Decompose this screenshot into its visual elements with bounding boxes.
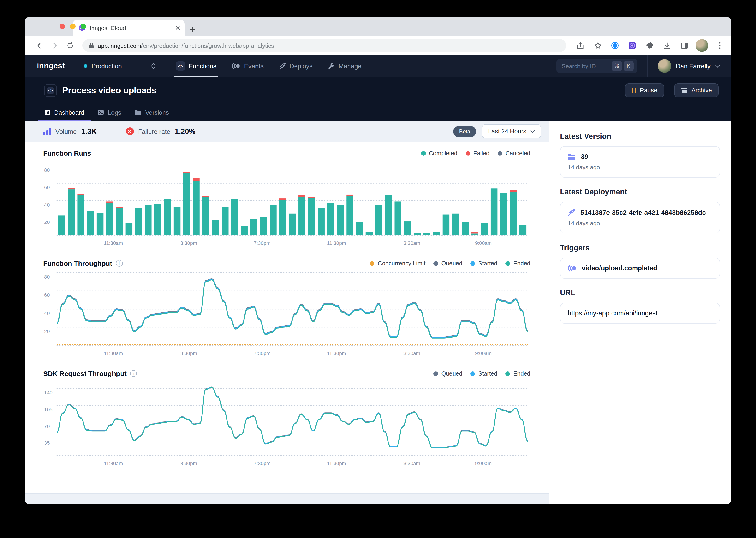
failure-rate-stat: Failure rate 1.20%: [126, 127, 195, 135]
svg-text:40: 40: [44, 202, 50, 208]
function-tabs: Dashboard Logs Versions: [25, 104, 731, 121]
latest-version-time: 14 days ago: [568, 164, 712, 171]
started-dot: [471, 261, 475, 266]
lock-icon: [89, 42, 94, 49]
volume-icon: [43, 128, 51, 135]
inngest-logo: inngest: [25, 55, 76, 77]
function-runs-chart: 2040608011:30am3:30pm7:30pm11:30pm3:30am…: [43, 159, 530, 248]
latest-version-card: 39 14 days ago: [560, 146, 720, 178]
dashboard-icon: [44, 109, 51, 116]
nav-deploys[interactable]: Deploys: [279, 55, 312, 77]
wrench-icon: [328, 63, 335, 70]
tab-dashboard[interactable]: Dashboard: [44, 104, 84, 121]
svg-text:11:30pm: 11:30pm: [327, 240, 346, 246]
side-panel-icon[interactable]: [678, 40, 690, 51]
extensions-puzzle-icon[interactable]: [644, 40, 655, 51]
env-status-dot: [84, 64, 87, 68]
nav-functions[interactable]: <> Functions: [176, 55, 216, 77]
trigger-value: video/upload.completed: [582, 264, 657, 272]
pause-button[interactable]: Pause: [625, 83, 664, 97]
function-icon: <>: [44, 84, 57, 97]
failure-value: 1.20%: [175, 127, 196, 135]
info-icon[interactable]: i: [116, 260, 122, 267]
svg-text:3:30am: 3:30am: [403, 240, 420, 246]
svg-text:3:30pm: 3:30pm: [180, 350, 197, 356]
url-heading: URL: [560, 289, 720, 297]
concurrency-limit-dot: [370, 261, 375, 266]
archive-icon: [681, 87, 688, 93]
share-icon[interactable]: [575, 40, 586, 51]
queued-dot: [434, 261, 438, 266]
user-menu[interactable]: Dan Farrelly: [647, 55, 731, 77]
browser-menu-icon[interactable]: [714, 40, 726, 51]
browser-profile-avatar[interactable]: [695, 39, 708, 52]
svg-text:3:30pm: 3:30pm: [180, 460, 197, 466]
latest-deployment-card[interactable]: 5141387e-35c2-4efe-a421-4843b86258dc 14 …: [560, 202, 720, 234]
svg-text:3:30am: 3:30am: [403, 350, 420, 356]
password-manager-icon[interactable]: [609, 40, 621, 51]
browser-window: Inngest Cloud app.inngest.com/env/produc…: [25, 17, 731, 504]
volume-value: 1.3K: [81, 127, 97, 135]
svg-text:11:30am: 11:30am: [104, 240, 123, 246]
chevron-down-icon: [530, 130, 535, 133]
extension-app-icon[interactable]: [626, 40, 638, 51]
close-window-button[interactable]: [60, 24, 65, 29]
svg-text:80: 80: [44, 274, 50, 280]
new-tab-button[interactable]: [189, 27, 196, 33]
browser-toolbar: app.inngest.com/env/production/functions…: [25, 36, 731, 55]
dashboard-main: Volume 1.3K Failure rate 1.20% Beta Last…: [25, 121, 548, 504]
beta-badge: Beta: [453, 126, 476, 137]
bookmark-star-icon[interactable]: [592, 40, 604, 51]
user-name: Dan Farrelly: [676, 62, 711, 70]
download-icon[interactable]: [661, 40, 673, 51]
back-icon[interactable]: [33, 40, 45, 51]
sdk-throughput-section: SDK Request Throughput i Queued Started …: [25, 362, 548, 472]
svg-text:20: 20: [44, 219, 50, 225]
events-icon: [232, 63, 240, 69]
archive-button[interactable]: Archive: [674, 83, 719, 97]
function-header: <> Process video uploads Pause Archive: [25, 77, 731, 121]
tab-logs[interactable]: Logs: [98, 104, 121, 121]
function-throughput-section: Function Throughput i Concurrency Limit …: [25, 252, 548, 362]
k-key-badge: K: [624, 61, 634, 71]
functions-icon: <>: [176, 61, 185, 71]
nav-events[interactable]: Events: [232, 55, 263, 77]
rocket-icon: [279, 63, 286, 70]
volume-stat: Volume 1.3K: [43, 127, 97, 135]
time-range-dropdown[interactable]: Last 24 Hours: [482, 124, 541, 138]
zoom-window-button[interactable]: [80, 24, 86, 29]
logs-icon: [98, 109, 104, 116]
started-dot: [471, 371, 475, 376]
failed-dot: [466, 151, 470, 155]
pause-icon: [632, 87, 636, 93]
tab-versions[interactable]: Versions: [135, 104, 169, 121]
function-throughput-legend: Concurrency Limit Queued Started Ended: [370, 260, 530, 267]
latest-version-heading: Latest Version: [560, 132, 720, 141]
svg-text:60: 60: [44, 292, 50, 298]
completed-dot: [421, 151, 426, 155]
versions-folder-icon: [135, 109, 142, 115]
svg-text:9:00am: 9:00am: [475, 460, 492, 466]
updown-chevron-icon: [151, 62, 156, 70]
address-bar[interactable]: app.inngest.com/env/production/functions…: [82, 39, 566, 52]
ended-dot: [505, 371, 510, 376]
url-value: https://my-app.com/api/inngest: [568, 309, 657, 317]
svg-text:3:30pm: 3:30pm: [180, 240, 197, 246]
svg-text:11:30am: 11:30am: [104, 350, 123, 356]
browser-tab[interactable]: Inngest Cloud: [73, 20, 185, 36]
forward-icon[interactable]: [49, 40, 61, 51]
minimize-window-button[interactable]: [70, 24, 75, 29]
function-throughput-chart: 2040608011:30am3:30pm7:30pm11:30pm3:30am…: [43, 269, 530, 358]
queued-dot: [434, 371, 438, 376]
nav-manage[interactable]: Manage: [328, 55, 361, 77]
svg-text:60: 60: [44, 185, 50, 190]
env-label: Production: [91, 62, 147, 70]
tab-close-icon[interactable]: [175, 26, 180, 30]
user-avatar: [658, 59, 671, 73]
reload-icon[interactable]: [64, 40, 76, 51]
svg-text:20: 20: [44, 329, 50, 334]
environment-picker[interactable]: Production: [76, 55, 165, 77]
spacer: [25, 472, 548, 493]
function-throughput-title: Function Throughput: [43, 259, 112, 267]
info-icon[interactable]: i: [130, 370, 137, 377]
